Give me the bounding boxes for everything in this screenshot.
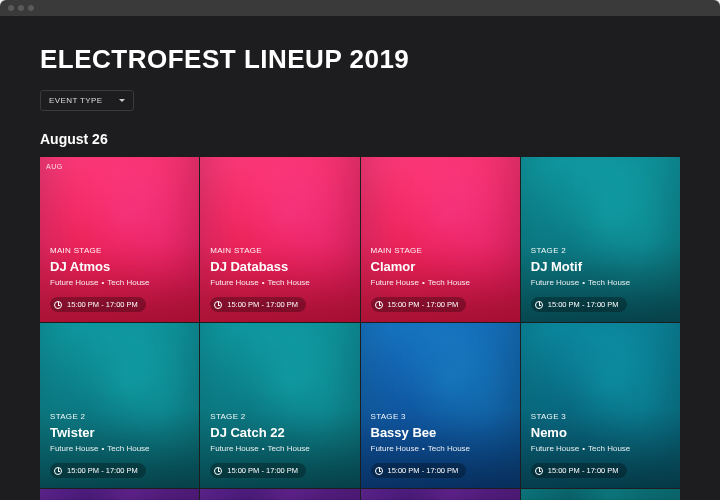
clock-icon: [375, 301, 383, 309]
event-card[interactable]: STAGE 2 DJ Motif Future House•Tech House…: [521, 157, 680, 322]
artist-name: DJ Motif: [531, 259, 670, 274]
time-pill: 15:00 PM - 17:00 PM: [50, 297, 146, 312]
genre-list: Future House•Tech House: [50, 278, 189, 287]
time-pill: 15:00 PM - 17:00 PM: [531, 297, 627, 312]
artist-name: DJ Catch 22: [210, 425, 349, 440]
time-range: 15:00 PM - 17:00 PM: [67, 466, 138, 475]
stage-label: MAIN STAGE: [50, 246, 189, 255]
stage-label: STAGE 3: [531, 412, 670, 421]
genre-tag: Tech House: [268, 278, 310, 287]
event-card[interactable]: STAGE 3 Nemo Future House•Tech House 15:…: [521, 323, 680, 488]
artist-name: DJ Atmos: [50, 259, 189, 274]
time-range: 15:00 PM - 17:00 PM: [227, 466, 298, 475]
time-pill: 15:00 PM - 17:00 PM: [531, 463, 627, 478]
genre-tag: Tech House: [588, 444, 630, 453]
time-range: 15:00 PM - 17:00 PM: [548, 466, 619, 475]
genre-tag: Tech House: [107, 278, 149, 287]
clock-icon: [214, 467, 222, 475]
event-card[interactable]: MAIN STAGE Clamor Future House•Tech Hous…: [361, 157, 520, 322]
time-pill: 15:00 PM - 17:00 PM: [210, 297, 306, 312]
genre-tag: Tech House: [268, 444, 310, 453]
event-card-partial[interactable]: [200, 489, 359, 500]
chevron-down-icon: [119, 99, 125, 102]
stage-label: MAIN STAGE: [371, 246, 510, 255]
time-pill: 15:00 PM - 17:00 PM: [371, 463, 467, 478]
event-grid: AUG MAIN STAGE DJ Atmos Future House•Tec…: [40, 157, 680, 500]
clock-icon: [214, 301, 222, 309]
stage-label: STAGE 2: [531, 246, 670, 255]
genre-tag: Future House: [371, 444, 419, 453]
artist-name: Nemo: [531, 425, 670, 440]
clock-icon: [54, 467, 62, 475]
genre-tag: Tech House: [428, 278, 470, 287]
genre-tag: Future House: [531, 278, 579, 287]
genre-list: Future House•Tech House: [371, 278, 510, 287]
date-heading: August 26: [40, 131, 680, 147]
time-pill: 15:00 PM - 17:00 PM: [210, 463, 306, 478]
time-range: 15:00 PM - 17:00 PM: [388, 466, 459, 475]
event-card[interactable]: STAGE 3 Bassy Bee Future House•Tech Hous…: [361, 323, 520, 488]
genre-tag: Future House: [210, 444, 258, 453]
event-card[interactable]: STAGE 2 DJ Catch 22 Future House•Tech Ho…: [200, 323, 359, 488]
filter-label: EVENT TYPE: [49, 96, 103, 105]
close-window-icon[interactable]: [8, 5, 14, 11]
artist-name: DJ Databass: [210, 259, 349, 274]
clock-icon: [375, 467, 383, 475]
minimize-window-icon[interactable]: [18, 5, 24, 11]
time-range: 15:00 PM - 17:00 PM: [67, 300, 138, 309]
genre-list: Future House•Tech House: [531, 444, 670, 453]
genre-tag: Future House: [210, 278, 258, 287]
genre-tag: Future House: [531, 444, 579, 453]
month-badge: AUG: [46, 163, 63, 170]
time-range: 15:00 PM - 17:00 PM: [227, 300, 298, 309]
artist-name: Clamor: [371, 259, 510, 274]
artist-name: Bassy Bee: [371, 425, 510, 440]
event-card[interactable]: STAGE 2 Twister Future House•Tech House …: [40, 323, 199, 488]
event-card[interactable]: MAIN STAGE DJ Databass Future House•Tech…: [200, 157, 359, 322]
maximize-window-icon[interactable]: [28, 5, 34, 11]
artist-name: Twister: [50, 425, 189, 440]
page-title: ELECTROFEST LINEUP 2019: [40, 44, 680, 75]
event-card-partial[interactable]: [361, 489, 520, 500]
stage-label: STAGE 3: [371, 412, 510, 421]
genre-list: Future House•Tech House: [371, 444, 510, 453]
app-root: ELECTROFEST LINEUP 2019 EVENT TYPE Augus…: [0, 16, 720, 500]
genre-list: Future House•Tech House: [210, 444, 349, 453]
genre-list: Future House•Tech House: [50, 444, 189, 453]
genre-tag: Future House: [50, 444, 98, 453]
event-card-partial[interactable]: [521, 489, 680, 500]
time-pill: 15:00 PM - 17:00 PM: [371, 297, 467, 312]
stage-label: STAGE 2: [210, 412, 349, 421]
event-card[interactable]: AUG MAIN STAGE DJ Atmos Future House•Tec…: [40, 157, 199, 322]
clock-icon: [54, 301, 62, 309]
genre-list: Future House•Tech House: [210, 278, 349, 287]
genre-list: Future House•Tech House: [531, 278, 670, 287]
genre-tag: Tech House: [107, 444, 149, 453]
time-pill: 15:00 PM - 17:00 PM: [50, 463, 146, 478]
clock-icon: [535, 301, 543, 309]
genre-tag: Tech House: [588, 278, 630, 287]
event-card-partial[interactable]: [40, 489, 199, 500]
stage-label: STAGE 2: [50, 412, 189, 421]
genre-tag: Future House: [371, 278, 419, 287]
browser-titlebar: [0, 0, 720, 16]
stage-label: MAIN STAGE: [210, 246, 349, 255]
time-range: 15:00 PM - 17:00 PM: [388, 300, 459, 309]
event-type-filter[interactable]: EVENT TYPE: [40, 90, 134, 111]
genre-tag: Future House: [50, 278, 98, 287]
time-range: 15:00 PM - 17:00 PM: [548, 300, 619, 309]
genre-tag: Tech House: [428, 444, 470, 453]
clock-icon: [535, 467, 543, 475]
